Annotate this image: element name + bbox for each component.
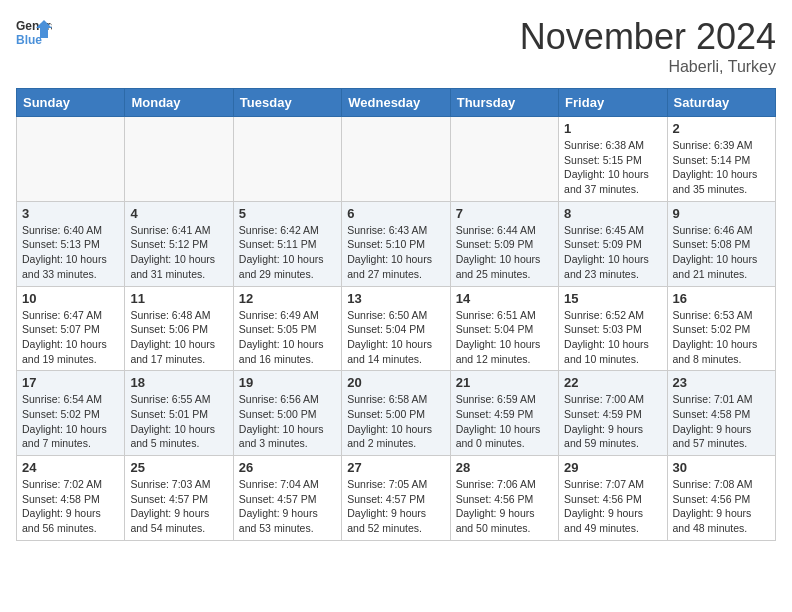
day-number: 27 [347,460,444,475]
calendar-cell: 10Sunrise: 6:47 AM Sunset: 5:07 PM Dayli… [17,286,125,371]
day-number: 7 [456,206,553,221]
day-info: Sunrise: 7:04 AM Sunset: 4:57 PM Dayligh… [239,477,336,536]
day-info: Sunrise: 6:45 AM Sunset: 5:09 PM Dayligh… [564,223,661,282]
day-number: 17 [22,375,119,390]
calendar-cell [17,117,125,202]
calendar-cell: 19Sunrise: 6:56 AM Sunset: 5:00 PM Dayli… [233,371,341,456]
day-info: Sunrise: 6:44 AM Sunset: 5:09 PM Dayligh… [456,223,553,282]
day-info: Sunrise: 6:56 AM Sunset: 5:00 PM Dayligh… [239,392,336,451]
day-info: Sunrise: 6:49 AM Sunset: 5:05 PM Dayligh… [239,308,336,367]
day-info: Sunrise: 6:48 AM Sunset: 5:06 PM Dayligh… [130,308,227,367]
day-number: 9 [673,206,770,221]
header-thursday: Thursday [450,89,558,117]
day-number: 11 [130,291,227,306]
day-number: 21 [456,375,553,390]
calendar-cell: 24Sunrise: 7:02 AM Sunset: 4:58 PM Dayli… [17,456,125,541]
day-number: 10 [22,291,119,306]
day-number: 12 [239,291,336,306]
day-info: Sunrise: 6:51 AM Sunset: 5:04 PM Dayligh… [456,308,553,367]
day-number: 6 [347,206,444,221]
day-info: Sunrise: 7:06 AM Sunset: 4:56 PM Dayligh… [456,477,553,536]
day-number: 13 [347,291,444,306]
day-info: Sunrise: 6:39 AM Sunset: 5:14 PM Dayligh… [673,138,770,197]
calendar-cell: 3Sunrise: 6:40 AM Sunset: 5:13 PM Daylig… [17,201,125,286]
day-number: 24 [22,460,119,475]
calendar-cell: 30Sunrise: 7:08 AM Sunset: 4:56 PM Dayli… [667,456,775,541]
day-number: 19 [239,375,336,390]
header-sunday: Sunday [17,89,125,117]
calendar-cell: 25Sunrise: 7:03 AM Sunset: 4:57 PM Dayli… [125,456,233,541]
header: General Blue November 2024 Haberli, Turk… [16,16,776,76]
day-number: 30 [673,460,770,475]
calendar-cell: 28Sunrise: 7:06 AM Sunset: 4:56 PM Dayli… [450,456,558,541]
day-number: 2 [673,121,770,136]
calendar-cell: 26Sunrise: 7:04 AM Sunset: 4:57 PM Dayli… [233,456,341,541]
day-info: Sunrise: 6:38 AM Sunset: 5:15 PM Dayligh… [564,138,661,197]
logo: General Blue [16,16,52,52]
week-row-3: 10Sunrise: 6:47 AM Sunset: 5:07 PM Dayli… [17,286,776,371]
calendar-title: November 2024 [520,16,776,58]
weekday-header-row: Sunday Monday Tuesday Wednesday Thursday… [17,89,776,117]
calendar-cell: 2Sunrise: 6:39 AM Sunset: 5:14 PM Daylig… [667,117,775,202]
day-number: 25 [130,460,227,475]
calendar-cell: 8Sunrise: 6:45 AM Sunset: 5:09 PM Daylig… [559,201,667,286]
week-row-1: 1Sunrise: 6:38 AM Sunset: 5:15 PM Daylig… [17,117,776,202]
calendar-cell: 4Sunrise: 6:41 AM Sunset: 5:12 PM Daylig… [125,201,233,286]
day-number: 4 [130,206,227,221]
day-info: Sunrise: 6:43 AM Sunset: 5:10 PM Dayligh… [347,223,444,282]
calendar-subtitle: Haberli, Turkey [520,58,776,76]
calendar-cell [233,117,341,202]
calendar-cell: 29Sunrise: 7:07 AM Sunset: 4:56 PM Dayli… [559,456,667,541]
calendar-cell: 14Sunrise: 6:51 AM Sunset: 5:04 PM Dayli… [450,286,558,371]
day-info: Sunrise: 6:41 AM Sunset: 5:12 PM Dayligh… [130,223,227,282]
day-number: 20 [347,375,444,390]
calendar-cell [450,117,558,202]
day-number: 3 [22,206,119,221]
day-info: Sunrise: 6:58 AM Sunset: 5:00 PM Dayligh… [347,392,444,451]
day-number: 29 [564,460,661,475]
calendar-cell: 6Sunrise: 6:43 AM Sunset: 5:10 PM Daylig… [342,201,450,286]
day-info: Sunrise: 7:08 AM Sunset: 4:56 PM Dayligh… [673,477,770,536]
header-monday: Monday [125,89,233,117]
calendar-cell: 7Sunrise: 6:44 AM Sunset: 5:09 PM Daylig… [450,201,558,286]
day-info: Sunrise: 7:07 AM Sunset: 4:56 PM Dayligh… [564,477,661,536]
header-friday: Friday [559,89,667,117]
day-info: Sunrise: 6:46 AM Sunset: 5:08 PM Dayligh… [673,223,770,282]
day-info: Sunrise: 6:53 AM Sunset: 5:02 PM Dayligh… [673,308,770,367]
calendar-table: Sunday Monday Tuesday Wednesday Thursday… [16,88,776,541]
calendar-cell: 1Sunrise: 6:38 AM Sunset: 5:15 PM Daylig… [559,117,667,202]
day-number: 8 [564,206,661,221]
calendar-cell: 23Sunrise: 7:01 AM Sunset: 4:58 PM Dayli… [667,371,775,456]
calendar-cell: 17Sunrise: 6:54 AM Sunset: 5:02 PM Dayli… [17,371,125,456]
calendar-cell [125,117,233,202]
calendar-cell: 5Sunrise: 6:42 AM Sunset: 5:11 PM Daylig… [233,201,341,286]
day-number: 5 [239,206,336,221]
day-number: 15 [564,291,661,306]
calendar-cell: 12Sunrise: 6:49 AM Sunset: 5:05 PM Dayli… [233,286,341,371]
day-number: 22 [564,375,661,390]
calendar-cell: 27Sunrise: 7:05 AM Sunset: 4:57 PM Dayli… [342,456,450,541]
day-info: Sunrise: 6:40 AM Sunset: 5:13 PM Dayligh… [22,223,119,282]
header-saturday: Saturday [667,89,775,117]
calendar-cell: 20Sunrise: 6:58 AM Sunset: 5:00 PM Dayli… [342,371,450,456]
calendar-cell: 13Sunrise: 6:50 AM Sunset: 5:04 PM Dayli… [342,286,450,371]
calendar-cell: 16Sunrise: 6:53 AM Sunset: 5:02 PM Dayli… [667,286,775,371]
day-number: 23 [673,375,770,390]
day-info: Sunrise: 7:02 AM Sunset: 4:58 PM Dayligh… [22,477,119,536]
calendar-cell: 11Sunrise: 6:48 AM Sunset: 5:06 PM Dayli… [125,286,233,371]
week-row-2: 3Sunrise: 6:40 AM Sunset: 5:13 PM Daylig… [17,201,776,286]
day-info: Sunrise: 7:03 AM Sunset: 4:57 PM Dayligh… [130,477,227,536]
header-tuesday: Tuesday [233,89,341,117]
week-row-4: 17Sunrise: 6:54 AM Sunset: 5:02 PM Dayli… [17,371,776,456]
day-info: Sunrise: 7:00 AM Sunset: 4:59 PM Dayligh… [564,392,661,451]
calendar-cell [342,117,450,202]
day-info: Sunrise: 6:54 AM Sunset: 5:02 PM Dayligh… [22,392,119,451]
calendar-cell: 22Sunrise: 7:00 AM Sunset: 4:59 PM Dayli… [559,371,667,456]
day-number: 18 [130,375,227,390]
day-number: 16 [673,291,770,306]
day-info: Sunrise: 6:55 AM Sunset: 5:01 PM Dayligh… [130,392,227,451]
day-number: 28 [456,460,553,475]
day-number: 1 [564,121,661,136]
day-number: 26 [239,460,336,475]
header-wednesday: Wednesday [342,89,450,117]
